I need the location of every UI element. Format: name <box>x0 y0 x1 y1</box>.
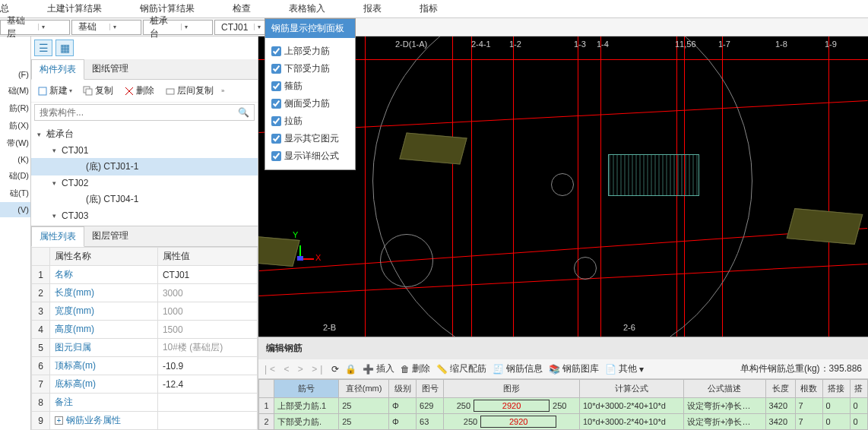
scale-button[interactable]: 📏 缩尺配筋 <box>436 362 486 375</box>
prop-row[interactable]: 3宽度(mm)1000 <box>32 302 258 321</box>
rebar-editor: 编辑钢筋 |< < > >| ⟳ 🔒 ➕ 插入 🗑 删除 📏 缩尺配筋 🧾 钢筋… <box>258 337 868 430</box>
grid-label: 2-B <box>323 323 336 332</box>
category-础(D)[interactable]: 础(D) <box>0 167 30 185</box>
menu-表格输入[interactable]: 表格输入 <box>270 2 344 15</box>
prop-row[interactable]: 6顶标高(m)-10.9 <box>32 357 258 375</box>
category-(F)[interactable]: (F) <box>0 67 30 82</box>
col-直径(mm)[interactable]: 直径(mm) <box>339 380 389 398</box>
tree-item[interactable]: (底) CTJ01-1 <box>31 158 258 175</box>
menu-报表[interactable]: 报表 <box>344 2 401 15</box>
grid-label: 1-8 <box>775 40 787 49</box>
col-图号[interactable]: 图号 <box>417 380 444 398</box>
tab-图层管理[interactable]: 图层管理 <box>84 226 136 246</box>
svg-rect-5 <box>166 89 174 94</box>
component-tree: ▾桩承台▾CTJ01(底) CTJ01-1▾CTJ02(底) CTJ04-1▾C… <box>31 122 258 226</box>
component-search: 🔍 <box>34 104 255 121</box>
grid-label: 1-3 <box>574 40 586 49</box>
delete-icon <box>124 86 135 96</box>
tree-item[interactable]: ▾CTJ02 <box>31 175 258 191</box>
col-图形[interactable]: 图形 <box>444 380 580 398</box>
library-button[interactable]: 📚 钢筋图库 <box>549 362 599 375</box>
mid-panel: ☰ ▦ 构件列表图纸管理 新建▾ 复制 删除 层间复制 » <box>30 36 258 430</box>
top-menu: 总土建计算结果钢筋计算结果检查表格输入报表指标 <box>0 0 868 18</box>
tab-属性列表[interactable]: 属性列表 <box>31 226 84 247</box>
prop-row[interactable]: 8备注 <box>32 394 258 412</box>
layer-copy-icon <box>165 86 176 96</box>
display-toggle[interactable]: 显示其它图元 <box>271 130 349 147</box>
rebar-display-panel[interactable]: 钢筋显示控制面板 上部受力筋 下部受力筋 箍筋 侧面受力筋 拉筋 显示其它图元 … <box>265 18 356 170</box>
category-(V)[interactable]: (V) <box>0 202 30 217</box>
tab-构件列表[interactable]: 构件列表 <box>31 59 84 80</box>
copy-button[interactable]: 复制 <box>80 83 116 99</box>
tree-item[interactable]: ▾桩承台 <box>31 125 258 143</box>
tree-item[interactable]: ▾CTJ03 <box>31 208 258 223</box>
grid-label: 2-6 <box>623 323 635 332</box>
category-础(M)[interactable]: 础(M) <box>0 82 30 100</box>
category-筋(X)[interactable]: 筋(X) <box>0 117 30 134</box>
reload-icon[interactable]: ⟳ <box>331 364 339 375</box>
prop-header-name: 属性名称 <box>50 248 158 266</box>
grid-label: 1-2 <box>509 40 521 49</box>
prop-row[interactable]: 5图元归属10#楼 (基础层) <box>32 339 258 357</box>
prop-row[interactable]: 9+钢筋业务属性 <box>32 412 258 430</box>
col-搭[interactable]: 搭 <box>850 380 867 398</box>
tree-item[interactable]: ▾CTJ01 <box>31 143 258 158</box>
display-toggle[interactable]: 下部受力筋 <box>271 60 349 77</box>
insert-button[interactable]: ➕ 插入 <box>363 362 394 375</box>
grid-label: 2-D(1-A) <box>395 40 427 49</box>
display-toggle[interactable]: 上部受力筋 <box>271 43 349 60</box>
menu-检查[interactable]: 检查 <box>214 2 270 15</box>
prop-row[interactable]: 1名称CTJ01 <box>32 266 258 284</box>
category-础(T)[interactable]: 础(T) <box>0 185 30 202</box>
tab-图纸管理[interactable]: 图纸管理 <box>84 59 136 79</box>
menu-钢筋计算结果[interactable]: 钢筋计算结果 <box>121 2 214 15</box>
col-筋号[interactable]: 筋号 <box>274 380 339 398</box>
display-toggle[interactable]: 显示详细公式 <box>271 147 349 165</box>
selector-1[interactable]: 基础▾ <box>71 20 141 35</box>
grid-label: 1-4 <box>597 40 609 49</box>
col-长度[interactable]: 长度 <box>765 380 795 398</box>
col-计算公式[interactable]: 计算公式 <box>579 380 683 398</box>
prop-row[interactable]: 2长度(mm)3000 <box>32 284 258 302</box>
toolbar-more[interactable]: » <box>221 87 224 94</box>
delete-button[interactable]: 删除 <box>121 83 157 99</box>
display-toggle[interactable]: 拉筋 <box>271 112 349 130</box>
selector-bar: 基础层▾基础▾桩承台▾CTJ01▾ <box>0 18 868 36</box>
selected-rebar-cage[interactable] <box>608 154 699 196</box>
selector-0[interactable]: 基础层▾ <box>0 20 70 35</box>
search-input[interactable] <box>35 105 233 120</box>
svg-rect-0 <box>39 87 46 95</box>
category-筋(R)[interactable]: 筋(R) <box>0 100 30 117</box>
tree-item[interactable]: (底) CTJ04-1 <box>31 191 258 208</box>
prop-header-value: 属性值 <box>157 248 257 266</box>
display-toggle[interactable]: 侧面受力筋 <box>271 95 349 112</box>
rebar-toolbar: |< < > >| ⟳ 🔒 ➕ 插入 🗑 删除 📏 缩尺配筋 🧾 钢筋信息 📚 … <box>258 359 868 379</box>
new-button[interactable]: 新建▾ <box>34 83 75 99</box>
info-button[interactable]: 🧾 钢筋信息 <box>493 362 543 375</box>
display-toggle[interactable]: 箍筋 <box>271 77 349 95</box>
property-panel: 属性列表图层管理 属性名称 属性值 1名称CTJ012长度(mm)30003宽度… <box>31 226 258 430</box>
lock-icon[interactable]: 🔒 <box>345 364 356 375</box>
category-(K)[interactable]: (K) <box>0 152 30 167</box>
layer-copy-button[interactable]: 层间复制 <box>162 83 217 99</box>
col-公式描述[interactable]: 公式描述 <box>684 380 766 398</box>
menu-指标[interactable]: 指标 <box>401 2 457 15</box>
other-button[interactable]: 📄 其他 ▾ <box>605 362 644 375</box>
category-带(W)[interactable]: 带(W) <box>0 134 30 152</box>
prop-row[interactable]: 4高度(mm)1500 <box>32 321 258 339</box>
menu-土建计算结果[interactable]: 土建计算结果 <box>28 2 121 15</box>
selector-2[interactable]: 桩承台▾ <box>143 20 213 35</box>
col-根数[interactable]: 根数 <box>795 380 822 398</box>
rebar-row[interactable]: 2下部受力筋.25Φ63250292010*d+3000-2*40+10*d设定… <box>259 414 868 430</box>
nav-buttons[interactable]: |< < > >| <box>265 364 325 375</box>
col-级别[interactable]: 级别 <box>389 380 417 398</box>
prop-row[interactable]: 7底标高(m)-12.4 <box>32 375 258 394</box>
view-grid-icon[interactable]: ▦ <box>55 40 74 56</box>
float-panel-title: 钢筋显示控制面板 <box>265 19 355 38</box>
delete-rebar-button[interactable]: 🗑 删除 <box>401 362 430 375</box>
search-icon[interactable]: 🔍 <box>233 105 254 120</box>
col-搭接[interactable]: 搭接 <box>822 380 850 398</box>
menu-总[interactable]: 总 <box>0 2 28 15</box>
view-list-icon[interactable]: ☰ <box>34 40 52 56</box>
rebar-row[interactable]: 1上部受力筋.125Φ629250292025010*d+3000-2*40+1… <box>259 398 868 414</box>
